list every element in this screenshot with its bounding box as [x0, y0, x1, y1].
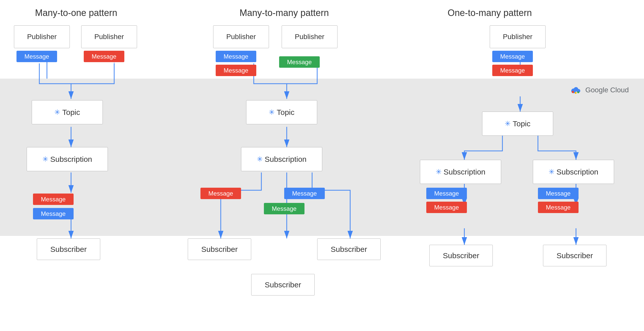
publisher-2-label: Publisher [94, 33, 124, 41]
topic-o2m: ✳ Topic [482, 112, 553, 136]
svg-point-17 [572, 91, 574, 93]
publisher-o2m: Publisher [490, 25, 546, 48]
title-one-to-many: One-to-many pattern [426, 8, 553, 18]
msg-pub2-red: Message [84, 51, 124, 62]
msg-pub3-red: Message [216, 65, 256, 76]
pubsub-icon-4: ✳ [257, 155, 263, 163]
title-many-to-many: Many-to-many pattern [208, 8, 360, 18]
pubsub-icon-2: ✳ [42, 155, 48, 163]
publisher-1-label: Publisher [27, 33, 57, 41]
subscription-o2m-2: ✳ Subscription [533, 160, 614, 184]
main-container: Many-to-one pattern Many-to-many pattern… [0, 0, 644, 331]
title-many-to-one: Many-to-one pattern [13, 8, 140, 18]
subscriber-m2m-mid: Subscriber [251, 274, 315, 295]
subscriber-m2m-left: Subscriber [188, 238, 251, 260]
svg-point-19 [577, 91, 579, 93]
subscriber-o2m-1: Subscriber [429, 245, 493, 266]
publisher-1: Publisher [14, 25, 70, 48]
msg-sub-red-m2o: Message [33, 194, 74, 205]
subscriber-m2o: Subscriber [37, 238, 100, 260]
msg-pub1-blue: Message [16, 51, 57, 62]
subscription-m2o: ✳ Subscription [27, 147, 108, 171]
msg-pub3-blue: Message [216, 51, 256, 62]
msg-o2m-sub1-blue: Message [426, 188, 467, 199]
google-cloud-text: Google Cloud [585, 86, 629, 94]
svg-point-18 [575, 92, 577, 94]
pubsub-icon-5: ✳ [505, 119, 511, 128]
publisher-3: Publisher [213, 25, 269, 48]
subscription-m2m: ✳ Subscription [241, 147, 322, 171]
msg-sub-green-m2m: Message [264, 203, 304, 214]
msg-pub4-green: Message [279, 56, 320, 68]
pubsub-icon-3: ✳ [269, 108, 275, 116]
svg-point-16 [574, 87, 578, 92]
msg-sub-blue-m2m-r: Message [284, 188, 325, 199]
google-cloud-icon [570, 84, 582, 96]
subscription-o2m-1: ✳ Subscription [420, 160, 501, 184]
msg-sub-blue-m2o: Message [33, 208, 74, 219]
pubsub-icon-7: ✳ [549, 168, 554, 176]
publisher-2: Publisher [81, 25, 137, 48]
msg-o2m-sub2-red: Message [538, 202, 579, 213]
pubsub-icon-1: ✳ [54, 108, 60, 116]
msg-o2m-red: Message [492, 65, 533, 76]
pubsub-icon-6: ✳ [436, 168, 442, 176]
subscriber-o2m-2: Subscriber [543, 245, 606, 266]
publisher-4: Publisher [282, 25, 337, 48]
msg-sub-red-m2m-l: Message [200, 188, 241, 199]
subscriber-m2m-right: Subscriber [317, 238, 381, 260]
topic-m2m: ✳ Topic [246, 100, 317, 124]
google-cloud-logo: Google Cloud [570, 84, 629, 96]
msg-o2m-sub2-blue: Message [538, 188, 579, 199]
msg-o2m-blue: Message [492, 51, 533, 62]
msg-o2m-sub1-red: Message [426, 202, 467, 213]
topic-m2o: ✳ Topic [32, 100, 103, 124]
